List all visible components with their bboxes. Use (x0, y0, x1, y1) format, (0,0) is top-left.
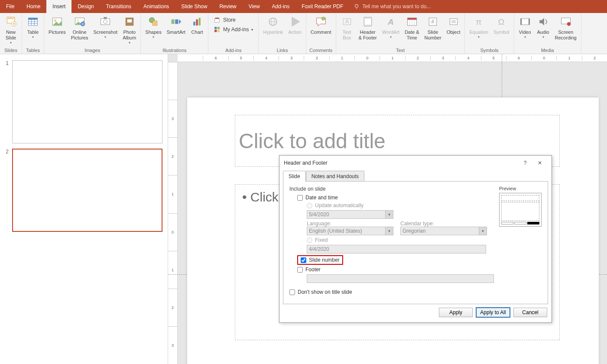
svg-text:A: A (345, 19, 349, 25)
date-time-button[interactable]: Date & Time (402, 14, 422, 42)
tab-transitions[interactable]: Transitions (100, 0, 137, 13)
tab-addins[interactable]: Add-ins (266, 0, 296, 13)
store-button[interactable]: Store (214, 16, 253, 23)
footer-text-row (307, 274, 542, 283)
chart-button[interactable]: Chart (188, 14, 206, 36)
pictures-label: Pictures (49, 29, 66, 35)
hyperlink-label: Hyperlink (263, 29, 283, 35)
equation-label: Equation (469, 29, 488, 35)
audio-icon (537, 16, 549, 28)
audio-button[interactable]: Audio▾ (534, 14, 552, 40)
table-button[interactable]: Table▾ (24, 14, 42, 40)
thumbnail-2[interactable]: 2 (0, 148, 168, 236)
group-links-label: Links (260, 47, 304, 54)
dialog-tab-slide[interactable]: Slide (283, 171, 306, 182)
svg-rect-48 (407, 18, 416, 20)
object-label: Object (447, 29, 461, 35)
my-addins-icon (214, 26, 221, 33)
cancel-button[interactable]: Cancel (513, 308, 547, 317)
footer-row[interactable]: Footer (297, 266, 542, 273)
action-button[interactable]: Action (286, 14, 304, 36)
text-box-icon: A (341, 16, 353, 28)
svg-rect-59 (520, 19, 522, 25)
shapes-icon (147, 16, 159, 28)
comment-label: Comment (311, 29, 331, 35)
text-box-label: Text Box (342, 29, 351, 41)
smartart-button[interactable]: SmartArt (164, 14, 188, 36)
header-footer-dialog: Header and Footer ? ✕ Slide Notes and Ha… (279, 155, 552, 323)
dont-show-checkbox[interactable] (289, 289, 295, 295)
apply-to-all-button[interactable]: Apply to All (476, 308, 510, 317)
svg-point-63 (567, 22, 571, 26)
dialog-tab-notes[interactable]: Notes and Handouts (306, 171, 364, 182)
symbol-label: Symbol (493, 29, 510, 35)
video-button[interactable]: Video▾ (516, 14, 534, 40)
slide-number-checkbox[interactable] (301, 257, 306, 263)
thumbnail-1-preview (12, 60, 162, 143)
screenshot-button[interactable]: Screenshot▾ (91, 14, 120, 40)
date-time-icon (406, 16, 418, 28)
svg-rect-23 (153, 21, 157, 26)
tell-me-search[interactable]: Tell me what you want to do... (354, 0, 431, 13)
tab-insert[interactable]: Insert (46, 0, 71, 13)
comment-button[interactable]: +Comment (308, 14, 334, 36)
tab-animations[interactable]: Animations (137, 0, 175, 13)
group-addins-label: Add-ins (210, 47, 256, 54)
tab-foxit[interactable]: Foxit Reader PDF (295, 0, 349, 13)
tab-view[interactable]: View (243, 0, 266, 13)
tab-home[interactable]: Home (20, 0, 46, 13)
header-footer-button[interactable]: Header & Footer (356, 14, 380, 42)
svg-rect-17 (101, 19, 110, 25)
slide-number-button[interactable]: #Slide Number (422, 14, 444, 42)
symbol-button[interactable]: ΩSymbol (491, 14, 512, 36)
tab-slide-show[interactable]: Slide Show (175, 0, 213, 13)
object-button[interactable]: Object (444, 14, 463, 36)
thumbnail-2-number: 2 (3, 149, 9, 232)
new-slide-button[interactable]: ✦New Slide▾ (2, 14, 20, 46)
comment-icon: + (315, 16, 327, 28)
svg-rect-27 (193, 22, 195, 26)
language-combo: English (United States)▼ (307, 227, 393, 235)
svg-rect-44 (364, 17, 372, 19)
apply-button[interactable]: Apply (439, 308, 473, 317)
tab-file[interactable]: File (0, 0, 20, 13)
dialog-body: Include on slide Date and time Update au… (283, 181, 548, 304)
svg-rect-30 (215, 19, 220, 22)
auto-date-combo: 5/4/2020▼ (307, 210, 393, 219)
svg-rect-31 (214, 27, 217, 29)
dont-show-label: Don't show on title slide (298, 289, 352, 295)
group-media-label: Media (516, 47, 579, 54)
equation-button[interactable]: πEquation▾ (467, 14, 490, 40)
svg-rect-34 (217, 30, 220, 32)
dialog-help-button[interactable]: ? (518, 158, 532, 168)
hyperlink-button[interactable]: Hyperlink (260, 14, 286, 36)
online-pictures-icon (74, 16, 86, 28)
thumbnail-2-preview (12, 149, 162, 232)
my-addins-button[interactable]: My Add-ins▾ (214, 26, 253, 33)
wordart-button[interactable]: AWordArt▾ (380, 14, 402, 40)
dont-show-row[interactable]: Don't show on title slide (289, 289, 542, 295)
slide-number-label: Slide Number (425, 29, 441, 41)
svg-rect-29 (199, 18, 201, 26)
photo-album-button[interactable]: Photo Album▾ (120, 14, 139, 46)
thumbnail-1[interactable]: 1 (0, 59, 168, 148)
svg-rect-19 (104, 17, 107, 19)
footer-text-input (307, 274, 494, 283)
fixed-label: Fixed (315, 237, 328, 243)
shapes-button[interactable]: Shapes▾ (143, 14, 164, 40)
dialog-close-button[interactable]: ✕ (532, 158, 547, 168)
footer-checkbox[interactable] (297, 267, 303, 273)
online-pictures-button[interactable]: Online Pictures (68, 14, 91, 42)
screen-recording-button[interactable]: Screen Recording (552, 14, 579, 42)
slide-number-row[interactable]: Slide number (297, 255, 542, 265)
date-time-checkbox[interactable] (297, 195, 303, 201)
action-icon (289, 16, 301, 28)
svg-rect-33 (214, 30, 217, 32)
slide-number-icon: # (427, 16, 439, 28)
svg-point-0 (355, 4, 358, 7)
text-box-button[interactable]: AText Box (338, 14, 356, 42)
pictures-button[interactable]: Pictures (46, 14, 68, 36)
tab-design[interactable]: Design (71, 0, 100, 13)
tab-review[interactable]: Review (213, 0, 242, 13)
slide-number-highlight: Slide number (297, 255, 343, 265)
